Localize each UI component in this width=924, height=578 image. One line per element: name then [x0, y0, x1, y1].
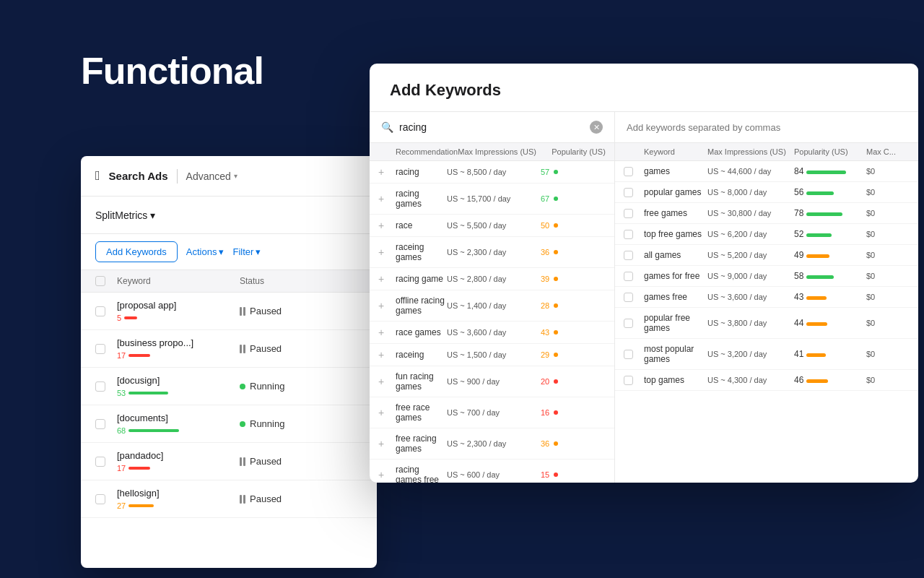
kw-row-popularity: 46	[794, 375, 866, 385]
keyword-input-panel: Keyword Max Impressions (US) Popularity …	[615, 112, 918, 483]
add-keyword-button[interactable]: +	[378, 349, 396, 361]
kw-table-row: games US ~ 44,600 / day 84 $0	[615, 161, 918, 182]
add-keyword-button[interactable]: +	[378, 273, 396, 285]
pop-bar-icon	[806, 296, 827, 300]
kw-row-impressions: US ~ 30,800 / day	[707, 209, 794, 217]
search-input[interactable]	[399, 121, 584, 133]
table-row: [proposal app] 5 Paused	[81, 293, 377, 330]
add-keyword-button[interactable]: +	[378, 166, 396, 178]
result-popularity: 67	[541, 194, 606, 203]
status-cell: Running	[240, 418, 362, 429]
advanced-label-text: Advanced	[186, 171, 231, 182]
kw-row-impressions: US ~ 44,600 / day	[707, 167, 794, 176]
kw-row-checkbox[interactable]	[624, 188, 633, 197]
keyword-name: [hellosign]	[117, 488, 240, 499]
pop-bar-icon	[806, 353, 826, 357]
result-impressions: US ~ 3,600 / day	[447, 328, 541, 337]
result-impressions: US ~ 1,400 / day	[447, 301, 541, 310]
add-keyword-button[interactable]: +	[378, 220, 396, 231]
kw-row-popularity: 56	[794, 187, 866, 197]
pop-dot-icon	[554, 473, 558, 477]
add-keyword-button[interactable]: +	[378, 438, 396, 449]
add-keyword-button[interactable]: +	[378, 300, 396, 311]
row-checkbox[interactable]	[95, 494, 105, 504]
kw-row-checkbox[interactable]	[624, 209, 633, 218]
kw-row-popularity: 78	[794, 208, 866, 218]
result-impressions: US ~ 600 / day	[447, 470, 541, 479]
pop-bar-icon	[806, 171, 846, 174]
modal-header: Add Keywords	[370, 64, 918, 112]
add-keywords-modal: Add Keywords 🔍 ✕ Recommendation Max Impr…	[370, 64, 918, 483]
pop-dot-icon	[554, 197, 558, 201]
kw-row-impressions: US ~ 6,200 / day	[707, 230, 794, 238]
score-bar	[128, 504, 154, 507]
kw-row-price: $0	[866, 167, 910, 176]
kw-row-price: $0	[866, 272, 910, 280]
kw-row-checkbox[interactable]	[624, 350, 633, 359]
keywords-table: [proposal app] 5 Paused [business propo.…	[81, 293, 377, 563]
row-checkbox[interactable]	[95, 306, 105, 316]
select-all-checkbox[interactable]	[95, 276, 105, 286]
add-keyword-button[interactable]: +	[378, 407, 396, 418]
kw-row-keyword: top free games	[644, 229, 707, 239]
search-result-row: + race US ~ 5,500 / day 50	[370, 215, 614, 237]
add-keyword-button[interactable]: +	[378, 193, 396, 204]
pop-bar-icon	[806, 233, 832, 237]
actions-label: Actions	[186, 246, 217, 257]
search-result-row: + racing games free US ~ 600 / day 15	[370, 460, 614, 483]
kw-row-price: $0	[866, 350, 910, 358]
score-bar	[128, 354, 150, 357]
result-impressions: US ~ 15,700 / day	[447, 194, 541, 203]
pop-bar-icon	[806, 254, 829, 258]
kw-row-price: $0	[866, 188, 910, 197]
kw-row-checkbox[interactable]	[624, 319, 633, 328]
advanced-chevron-icon: ▾	[234, 172, 237, 180]
kw-table-header: Keyword Max Impressions (US) Popularity …	[615, 143, 918, 161]
search-clear-button[interactable]: ✕	[590, 121, 603, 134]
keywords-textarea[interactable]	[627, 122, 907, 133]
toolbar: SplitMetrics ▾	[81, 197, 377, 234]
keyword-score: 5	[117, 314, 240, 322]
kw-row-checkbox[interactable]	[624, 376, 633, 385]
pop-bar-icon	[806, 191, 834, 195]
result-popularity: 50	[541, 221, 606, 230]
kw-row-checkbox[interactable]	[624, 293, 633, 302]
kw-row-checkbox[interactable]	[624, 167, 633, 176]
kw-row-price: $0	[866, 293, 910, 301]
kw-row-checkbox[interactable]	[624, 272, 633, 281]
modal-title: Add Keywords	[390, 81, 898, 100]
kw-row-checkbox[interactable]	[624, 251, 633, 260]
keyword-name: [docusign]	[117, 375, 240, 386]
pop-dot-icon	[554, 170, 558, 174]
row-checkbox[interactable]	[95, 344, 105, 354]
result-popularity: 57	[541, 168, 606, 176]
add-keyword-button[interactable]: +	[378, 246, 396, 258]
result-keyword: racing game	[396, 274, 447, 284]
kw-row-popularity: 44	[794, 318, 866, 328]
result-impressions: US ~ 900 / day	[447, 377, 541, 386]
score-bar	[128, 467, 150, 470]
search-result-row: + racing game US ~ 2,800 / day 39	[370, 268, 614, 290]
row-checkbox[interactable]	[95, 381, 105, 392]
row-checkbox[interactable]	[95, 457, 105, 467]
add-keyword-button[interactable]: +	[378, 327, 396, 338]
kw-row-price: $0	[866, 376, 910, 384]
kw-table-row: popular free games US ~ 3,800 / day 44 $…	[615, 308, 918, 339]
kw-table-row: top games US ~ 4,300 / day 46 $0	[615, 370, 918, 391]
add-keywords-button[interactable]: Add Keywords	[95, 241, 178, 262]
filter-button[interactable]: Filter ▾	[232, 246, 261, 257]
row-checkbox[interactable]	[95, 419, 105, 429]
search-result-row: + racing games US ~ 15,700 / day 67	[370, 184, 614, 215]
company-selector[interactable]: SplitMetrics ▾	[95, 210, 155, 221]
result-keyword: raceing	[396, 350, 447, 360]
add-keyword-button[interactable]: +	[378, 469, 396, 480]
search-result-row: + fun racing games US ~ 900 / day 20	[370, 366, 614, 397]
add-keyword-button[interactable]: +	[378, 376, 396, 387]
advanced-menu[interactable]: Advanced ▾	[186, 171, 237, 182]
status-label: Paused	[250, 456, 282, 467]
pop-dot-icon	[554, 410, 558, 415]
kw-header-popularity: Popularity (US)	[794, 147, 866, 156]
result-popularity: 20	[541, 377, 606, 386]
kw-row-checkbox[interactable]	[624, 230, 633, 239]
actions-button[interactable]: Actions ▾	[186, 246, 225, 257]
